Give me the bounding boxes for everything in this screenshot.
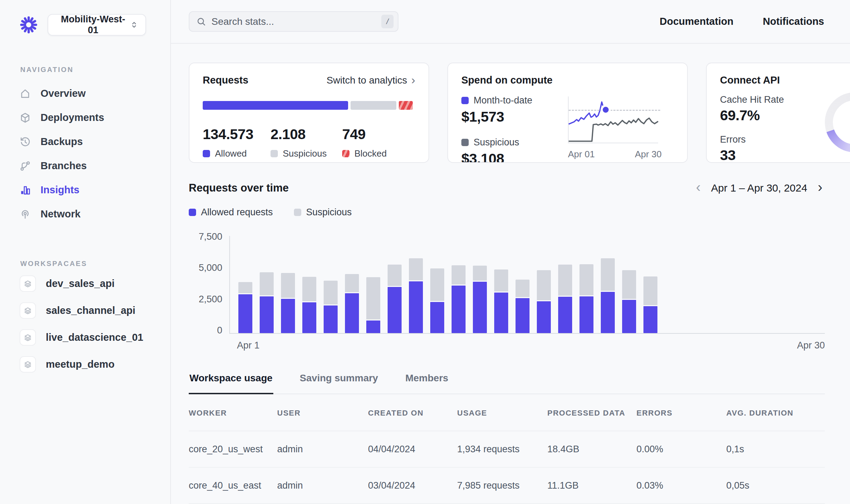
- bar-allowed-segment: [324, 305, 338, 333]
- legend-allowed-requests: Allowed requests: [189, 207, 273, 218]
- nav-section-label: NAVIGATION: [20, 66, 170, 74]
- workspace-selector-value: Mobility-West-01: [57, 14, 130, 36]
- workspace-item-sales_channel_api[interactable]: sales_channel_api: [20, 302, 170, 319]
- suspicious-spend-swatch: [461, 139, 469, 146]
- table-header-row: WORKERUSERCREATED ONUSAGEPROCESSED DATAE…: [189, 396, 825, 431]
- sidebar-item-branches[interactable]: Branches: [20, 154, 170, 178]
- allowed-swatch: [203, 150, 210, 157]
- spend-current-dot: [603, 107, 609, 113]
- spend-card: Spend on compute Month-to-date $1,573 Su…: [447, 63, 688, 163]
- bar-allowed-segment: [388, 287, 402, 333]
- bar-day-10: [430, 268, 444, 333]
- bar-allowed-segment: [430, 302, 444, 333]
- sidebar-item-backups[interactable]: Backups: [20, 130, 170, 154]
- donut-hole: [833, 100, 850, 144]
- bar-suspicious-segment: [643, 276, 657, 305]
- search-shortcut-key: /: [381, 15, 394, 28]
- chevron-left-icon[interactable]: ‹: [694, 180, 702, 194]
- bar-allowed-segment: [238, 294, 252, 333]
- bar-suspicious-segment: [558, 265, 572, 296]
- suspicious-spend-stat: Suspicious $3,108: [461, 137, 568, 163]
- x-axis-labels: Apr 1 Apr 30: [229, 340, 825, 351]
- progress-segment-allowed: [203, 101, 348, 110]
- stat-blocked: 749 Blocked: [342, 126, 387, 159]
- search-input[interactable]: [211, 16, 376, 27]
- date-range-nav: ‹ Apr 1 – Apr 30, 2024 ›: [694, 182, 824, 194]
- search-box[interactable]: /: [189, 11, 398, 32]
- bar-day-19: [622, 270, 636, 333]
- bar-suspicious-segment: [281, 273, 295, 298]
- git-branch-icon: [20, 160, 31, 172]
- mtd-swatch: [461, 97, 469, 104]
- workspaces-section-label: WORKSPACAES: [20, 260, 170, 268]
- bar-suspicious-segment: [473, 266, 487, 281]
- bar-allowed-segment: [409, 281, 423, 333]
- workspace-item-dev_sales_api[interactable]: dev_sales_api: [20, 275, 170, 292]
- workspace-selector[interactable]: Mobility-West-01: [48, 14, 146, 36]
- bar-allowed-segment: [643, 306, 657, 333]
- bar-suspicious-segment: [537, 270, 551, 300]
- progress-segment-blocked: [399, 101, 413, 110]
- documentation-link[interactable]: Documentation: [660, 16, 733, 27]
- legend-suspicious: Suspicious: [294, 207, 352, 218]
- blocked-swatch: [342, 150, 350, 157]
- main: / Documentation Notifications Requests S…: [171, 0, 850, 504]
- bar-allowed-segment: [345, 293, 359, 333]
- table-cell: 04/04/2024: [368, 444, 457, 455]
- bar-allowed-segment: [601, 292, 615, 333]
- bar-day-15: [537, 270, 551, 333]
- notifications-link[interactable]: Notifications: [763, 16, 824, 27]
- table-cell: core_20_us_west: [189, 444, 277, 455]
- column-header-usage: USAGE: [457, 409, 547, 418]
- sidebar-item-label: Deployments: [41, 112, 104, 123]
- column-header-processed-data: PROCESSED DATA: [547, 409, 636, 418]
- table-cell: 03/04/2024: [368, 480, 457, 491]
- spend-target-dash-line: [569, 110, 660, 111]
- chevron-right-icon[interactable]: ›: [816, 180, 824, 194]
- y-axis-labels: 02,5005,0007,500: [189, 236, 222, 334]
- bar-suspicious-segment: [238, 282, 252, 293]
- bar-allowed-segment: [622, 300, 636, 333]
- bar-suspicious-segment: [260, 272, 274, 295]
- x-last-label: Apr 30: [797, 340, 825, 351]
- y-tick-label: 2,500: [199, 294, 222, 304]
- requests-bar-chart: 02,5005,0007,500 A: [189, 236, 850, 351]
- stat-allowed: 134.573 Allowed: [203, 126, 271, 159]
- bar-day-8: [388, 265, 402, 333]
- bar-allowed-segment: [537, 301, 551, 333]
- tab-workspace-usage[interactable]: Workspace usage: [189, 373, 273, 394]
- bar-suspicious-segment: [430, 268, 444, 301]
- workspace-item-label: sales_channel_api: [46, 305, 135, 316]
- bar-allowed-segment: [516, 298, 530, 333]
- bar-day-4: [302, 277, 316, 333]
- sidebar-item-insights[interactable]: Insights: [20, 178, 170, 202]
- table-cell: 1,934 requests: [457, 444, 547, 455]
- bar-day-9: [409, 258, 423, 333]
- bar-day-14: [516, 280, 530, 333]
- sidebar-item-label: Overview: [41, 88, 86, 99]
- stat-suspicious: 2.108 Suspicious: [271, 126, 342, 159]
- tab-members[interactable]: Members: [405, 373, 449, 394]
- bar-day-13: [494, 269, 508, 333]
- sidebar-item-deployments[interactable]: Deployments: [20, 106, 170, 130]
- progress-segment-suspicious: [351, 101, 396, 110]
- sidebar-item-network[interactable]: Network: [20, 202, 170, 226]
- column-header-created-on: CREATED ON: [368, 409, 457, 418]
- sidebar-item-label: Insights: [41, 184, 79, 196]
- switch-to-analytics-link[interactable]: Switch to analytics ›: [326, 75, 415, 86]
- chevron-right-icon: ›: [411, 74, 415, 86]
- tab-saving-summary[interactable]: Saving summary: [299, 373, 379, 394]
- bar-day-17: [579, 264, 593, 333]
- workspace-item-live_datascience_01[interactable]: live_datascience_01: [20, 329, 170, 346]
- workspace-item-label: dev_sales_api: [46, 278, 115, 289]
- table-cell: 0.00%: [636, 444, 726, 455]
- errors-stat: Errors 33: [720, 134, 825, 163]
- workspace-item-meetup_demo[interactable]: meetup_demo: [20, 356, 170, 373]
- workspace-item-label: live_datascience_01: [46, 332, 143, 343]
- package-icon: [20, 112, 31, 123]
- sidebar-item-overview[interactable]: Overview: [20, 81, 170, 106]
- bar-day-7: [366, 277, 380, 333]
- layers-icon: [20, 302, 36, 319]
- table-body: core_20_us_westadmin04/04/20241,934 requ…: [189, 431, 825, 504]
- search-icon: [196, 17, 206, 26]
